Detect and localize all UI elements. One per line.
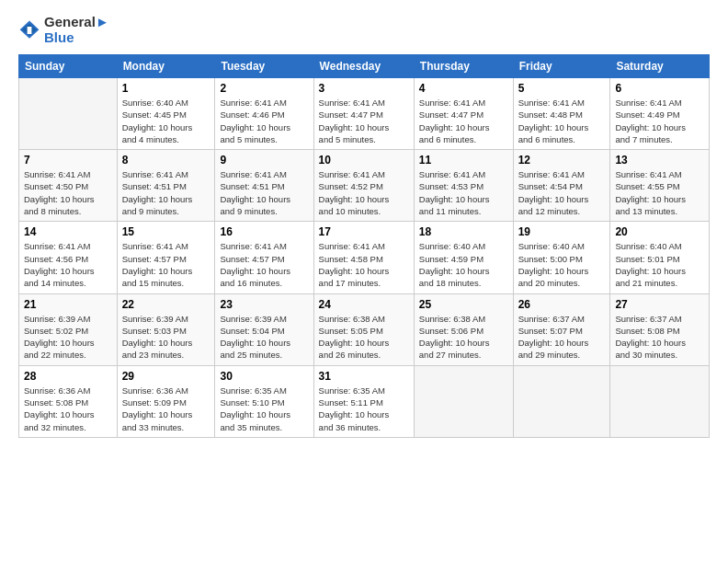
day-info: Sunrise: 6:36 AMSunset: 5:09 PMDaylight:…	[122, 385, 210, 433]
day-cell: 1Sunrise: 6:40 AMSunset: 4:45 PMDaylight…	[117, 78, 215, 150]
day-cell: 20Sunrise: 6:40 AMSunset: 5:01 PMDayligh…	[610, 222, 710, 293]
day-info: Sunrise: 6:40 AMSunset: 4:45 PMDaylight:…	[122, 97, 210, 145]
day-info: Sunrise: 6:41 AMSunset: 4:52 PMDaylight:…	[319, 168, 409, 217]
day-number: 30	[220, 370, 308, 383]
day-cell: 28Sunrise: 6:36 AMSunset: 5:08 PMDayligh…	[19, 365, 118, 437]
day-info: Sunrise: 6:39 AMSunset: 5:04 PMDaylight:…	[220, 313, 308, 362]
day-number: 25	[419, 298, 508, 311]
day-cell: 23Sunrise: 6:39 AMSunset: 5:04 PMDayligh…	[215, 293, 313, 365]
day-number: 24	[319, 298, 409, 311]
day-info: Sunrise: 6:39 AMSunset: 5:03 PMDaylight:…	[122, 313, 210, 362]
day-cell: 11Sunrise: 6:41 AMSunset: 4:53 PMDayligh…	[414, 150, 513, 222]
day-number: 18	[419, 225, 508, 238]
week-row-4: 21Sunrise: 6:39 AMSunset: 5:02 PMDayligh…	[19, 293, 710, 365]
svg-rect-2	[28, 27, 32, 34]
day-info: Sunrise: 6:41 AMSunset: 4:57 PMDaylight:…	[122, 240, 210, 289]
day-info: Sunrise: 6:40 AMSunset: 5:00 PMDaylight:…	[518, 240, 606, 289]
day-cell: 27Sunrise: 6:37 AMSunset: 5:08 PMDayligh…	[610, 293, 710, 365]
day-cell: 12Sunrise: 6:41 AMSunset: 4:54 PMDayligh…	[513, 150, 610, 222]
day-info: Sunrise: 6:41 AMSunset: 4:53 PMDaylight:…	[419, 168, 508, 217]
day-info: Sunrise: 6:35 AMSunset: 5:11 PMDaylight:…	[319, 385, 409, 433]
week-row-5: 28Sunrise: 6:36 AMSunset: 5:08 PMDayligh…	[19, 365, 710, 437]
week-row-3: 14Sunrise: 6:41 AMSunset: 4:56 PMDayligh…	[19, 222, 710, 293]
day-cell: 3Sunrise: 6:41 AMSunset: 4:47 PMDaylight…	[313, 78, 414, 150]
day-number: 31	[319, 370, 409, 383]
day-cell: 21Sunrise: 6:39 AMSunset: 5:02 PMDayligh…	[19, 293, 118, 365]
day-info: Sunrise: 6:41 AMSunset: 4:56 PMDaylight:…	[24, 240, 112, 289]
day-number: 11	[419, 154, 508, 167]
day-number: 4	[419, 82, 508, 95]
day-cell: 4Sunrise: 6:41 AMSunset: 4:47 PMDaylight…	[414, 78, 513, 150]
day-number: 27	[615, 298, 704, 311]
day-number: 9	[220, 154, 308, 167]
day-number: 2	[220, 82, 308, 95]
day-info: Sunrise: 6:41 AMSunset: 4:57 PMDaylight:…	[220, 240, 308, 289]
day-number: 10	[319, 154, 409, 167]
day-number: 5	[518, 82, 606, 95]
col-header-monday: Monday	[117, 55, 215, 78]
day-number: 1	[122, 82, 210, 95]
day-info: Sunrise: 6:37 AMSunset: 5:07 PMDaylight:…	[518, 313, 606, 362]
day-number: 15	[122, 225, 210, 238]
day-number: 23	[220, 298, 308, 311]
day-cell: 6Sunrise: 6:41 AMSunset: 4:49 PMDaylight…	[610, 78, 710, 150]
day-number: 16	[220, 225, 308, 238]
day-number: 22	[122, 298, 210, 311]
day-cell	[414, 365, 513, 437]
day-number: 17	[319, 225, 409, 238]
day-info: Sunrise: 6:41 AMSunset: 4:51 PMDaylight:…	[122, 168, 210, 217]
day-cell: 8Sunrise: 6:41 AMSunset: 4:51 PMDaylight…	[117, 150, 215, 222]
day-cell: 5Sunrise: 6:41 AMSunset: 4:48 PMDaylight…	[513, 78, 610, 150]
day-number: 7	[24, 154, 112, 167]
day-cell: 9Sunrise: 6:41 AMSunset: 4:51 PMDaylight…	[215, 150, 313, 222]
page-header: General► Blue	[18, 15, 710, 45]
col-header-tuesday: Tuesday	[215, 55, 313, 78]
day-cell: 30Sunrise: 6:35 AMSunset: 5:10 PMDayligh…	[215, 365, 313, 437]
day-info: Sunrise: 6:41 AMSunset: 4:55 PMDaylight:…	[615, 168, 704, 217]
day-info: Sunrise: 6:40 AMSunset: 5:01 PMDaylight:…	[615, 240, 704, 289]
day-number: 6	[615, 82, 704, 95]
day-cell	[610, 365, 710, 437]
day-number: 8	[122, 154, 210, 167]
day-info: Sunrise: 6:41 AMSunset: 4:46 PMDaylight:…	[220, 97, 308, 145]
day-info: Sunrise: 6:37 AMSunset: 5:08 PMDaylight:…	[615, 313, 704, 362]
day-cell: 10Sunrise: 6:41 AMSunset: 4:52 PMDayligh…	[313, 150, 414, 222]
day-cell: 24Sunrise: 6:38 AMSunset: 5:05 PMDayligh…	[313, 293, 414, 365]
day-info: Sunrise: 6:41 AMSunset: 4:54 PMDaylight:…	[518, 168, 606, 217]
day-cell	[513, 365, 610, 437]
day-info: Sunrise: 6:41 AMSunset: 4:50 PMDaylight:…	[24, 168, 112, 217]
day-cell: 13Sunrise: 6:41 AMSunset: 4:55 PMDayligh…	[610, 150, 710, 222]
col-header-wednesday: Wednesday	[313, 55, 414, 78]
day-number: 14	[24, 225, 112, 238]
header-row: SundayMondayTuesdayWednesdayThursdayFrid…	[19, 55, 710, 78]
logo: General► Blue	[18, 15, 109, 45]
day-info: Sunrise: 6:38 AMSunset: 5:06 PMDaylight:…	[419, 313, 508, 362]
day-cell: 17Sunrise: 6:41 AMSunset: 4:58 PMDayligh…	[313, 222, 414, 293]
logo-icon	[18, 19, 40, 41]
day-number: 28	[24, 370, 112, 383]
day-cell: 7Sunrise: 6:41 AMSunset: 4:50 PMDaylight…	[19, 150, 118, 222]
day-info: Sunrise: 6:40 AMSunset: 4:59 PMDaylight:…	[419, 240, 508, 289]
day-number: 12	[518, 154, 606, 167]
day-number: 3	[319, 82, 409, 95]
day-info: Sunrise: 6:41 AMSunset: 4:58 PMDaylight:…	[319, 240, 409, 289]
calendar-table: SundayMondayTuesdayWednesdayThursdayFrid…	[18, 54, 710, 438]
day-info: Sunrise: 6:41 AMSunset: 4:48 PMDaylight:…	[518, 97, 606, 145]
day-info: Sunrise: 6:36 AMSunset: 5:08 PMDaylight:…	[24, 385, 112, 433]
day-cell: 31Sunrise: 6:35 AMSunset: 5:11 PMDayligh…	[313, 365, 414, 437]
page: { "header": { "logo_line1": "General", "…	[0, 0, 728, 563]
day-number: 19	[518, 225, 606, 238]
day-cell: 15Sunrise: 6:41 AMSunset: 4:57 PMDayligh…	[117, 222, 215, 293]
week-row-2: 7Sunrise: 6:41 AMSunset: 4:50 PMDaylight…	[19, 150, 710, 222]
day-cell: 22Sunrise: 6:39 AMSunset: 5:03 PMDayligh…	[117, 293, 215, 365]
day-cell: 19Sunrise: 6:40 AMSunset: 5:00 PMDayligh…	[513, 222, 610, 293]
day-info: Sunrise: 6:41 AMSunset: 4:51 PMDaylight:…	[220, 168, 308, 217]
day-cell	[19, 78, 118, 150]
day-cell: 25Sunrise: 6:38 AMSunset: 5:06 PMDayligh…	[414, 293, 513, 365]
day-cell: 18Sunrise: 6:40 AMSunset: 4:59 PMDayligh…	[414, 222, 513, 293]
col-header-friday: Friday	[513, 55, 610, 78]
day-cell: 26Sunrise: 6:37 AMSunset: 5:07 PMDayligh…	[513, 293, 610, 365]
logo-text: General► Blue	[44, 15, 109, 45]
col-header-thursday: Thursday	[414, 55, 513, 78]
day-info: Sunrise: 6:41 AMSunset: 4:49 PMDaylight:…	[615, 97, 704, 145]
